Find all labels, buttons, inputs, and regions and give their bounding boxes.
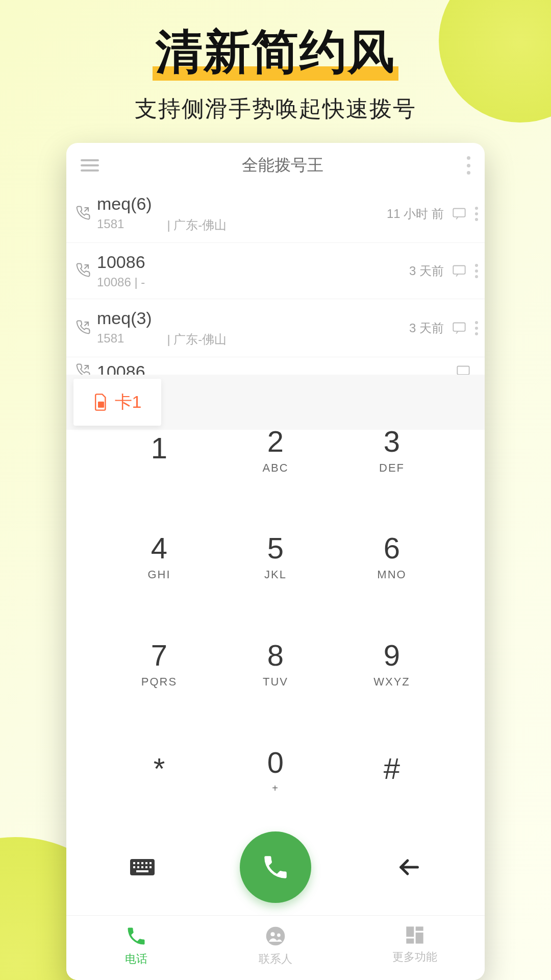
key-8[interactable]: 8TUV: [217, 610, 334, 717]
app-title: 全能拨号王: [242, 154, 323, 177]
svg-rect-13: [141, 866, 143, 868]
key-9[interactable]: 9WXYZ: [334, 610, 450, 717]
call-number: 1581: [97, 217, 124, 233]
phone-icon: [261, 852, 290, 882]
call-row[interactable]: 10086 10086 | - 3 天前: [66, 243, 485, 299]
phone-frame: 全能拨号王 meq(6) 1581 | 广东-佛山 11 小时 前: [66, 143, 485, 980]
key-star[interactable]: *: [101, 717, 217, 823]
key-5[interactable]: 5JKL: [217, 503, 334, 609]
svg-point-17: [266, 927, 285, 946]
menu-icon[interactable]: [81, 159, 99, 172]
call-time: 3 天前: [409, 263, 444, 279]
svg-rect-2: [453, 323, 465, 331]
phone-outgoing-icon: [76, 205, 97, 223]
svg-point-19: [277, 934, 281, 937]
sim-label: 卡1: [115, 390, 142, 414]
message-icon[interactable]: [451, 321, 468, 335]
message-icon[interactable]: [451, 264, 468, 278]
row-overflow-icon[interactable]: [474, 264, 479, 278]
svg-rect-16: [136, 870, 148, 872]
svg-rect-4: [98, 402, 104, 408]
call-name: meq(6): [97, 194, 387, 214]
hero-title: 清新简约风: [156, 20, 395, 84]
sim-icon: [93, 393, 109, 411]
key-0[interactable]: 0+: [217, 717, 334, 823]
bottom-nav: 电话 联系人 更多功能: [66, 915, 485, 980]
call-region: | 广东-佛山: [167, 331, 227, 348]
call-row[interactable]: meq(6) 1581 | 广东-佛山 11 小时 前: [66, 185, 485, 243]
key-7[interactable]: 7PQRS: [101, 610, 217, 717]
svg-rect-1: [453, 265, 465, 274]
phone-icon: [125, 925, 147, 947]
call-time: 3 天前: [409, 320, 444, 336]
call-row[interactable]: meq(3) 1581 | 广东-佛山 3 天前: [66, 299, 485, 357]
grid-icon: [405, 925, 425, 945]
nav-more[interactable]: 更多功能: [345, 925, 485, 967]
key-6[interactable]: 6MNO: [334, 503, 450, 609]
svg-point-18: [270, 932, 274, 936]
sim-selector[interactable]: 卡1: [73, 379, 161, 426]
call-time: 11 小时 前: [387, 206, 444, 222]
backspace-button[interactable]: [394, 853, 423, 881]
svg-rect-15: [149, 866, 152, 868]
nav-label: 联系人: [259, 951, 292, 967]
dial-actions: [66, 826, 485, 915]
svg-rect-12: [137, 866, 139, 868]
call-name: 10086: [97, 252, 409, 272]
row-overflow-icon[interactable]: [474, 207, 479, 221]
svg-rect-22: [416, 933, 423, 944]
toolbar: 全能拨号王: [66, 143, 485, 185]
keyboard-toggle-button[interactable]: [128, 853, 157, 881]
key-hash[interactable]: #: [334, 717, 450, 823]
svg-rect-8: [141, 862, 143, 864]
svg-rect-23: [407, 939, 414, 944]
svg-rect-0: [453, 208, 465, 216]
svg-rect-10: [149, 862, 152, 864]
overflow-icon[interactable]: [466, 156, 470, 175]
nav-phone[interactable]: 电话: [66, 925, 206, 967]
phone-outgoing-icon: [76, 262, 97, 280]
dial-button[interactable]: [240, 831, 311, 903]
svg-rect-6: [133, 862, 135, 864]
svg-rect-11: [133, 866, 135, 868]
nav-contacts[interactable]: 联系人: [206, 925, 345, 967]
call-list: meq(6) 1581 | 广东-佛山 11 小时 前 10086 10086 …: [66, 185, 485, 386]
nav-label: 电话: [125, 951, 147, 967]
svg-rect-9: [145, 862, 147, 864]
svg-rect-14: [145, 866, 147, 868]
svg-rect-21: [416, 926, 423, 930]
contacts-icon: [264, 925, 287, 947]
phone-outgoing-icon: [76, 320, 97, 337]
call-number: 10086 | -: [97, 275, 145, 289]
svg-rect-7: [137, 862, 139, 864]
svg-rect-3: [457, 366, 469, 375]
message-icon[interactable]: [451, 207, 468, 221]
call-region: | 广东-佛山: [167, 217, 227, 233]
row-overflow-icon[interactable]: [474, 321, 479, 335]
call-number: 1581: [97, 331, 124, 348]
dialpad: 1 2ABC 3DEF 4GHI 5JKL 6MNO 7PQRS 8TUV 9W…: [66, 386, 485, 826]
hero: 清新简约风 支持侧滑手势唤起快速拨号: [0, 0, 551, 124]
hero-subtitle: 支持侧滑手势唤起快速拨号: [0, 94, 551, 124]
call-name: meq(3): [97, 308, 409, 328]
svg-rect-20: [407, 926, 414, 937]
keyboard-icon: [130, 858, 155, 876]
arrow-left-icon: [395, 854, 422, 880]
nav-label: 更多功能: [392, 949, 437, 965]
key-4[interactable]: 4GHI: [101, 503, 217, 609]
